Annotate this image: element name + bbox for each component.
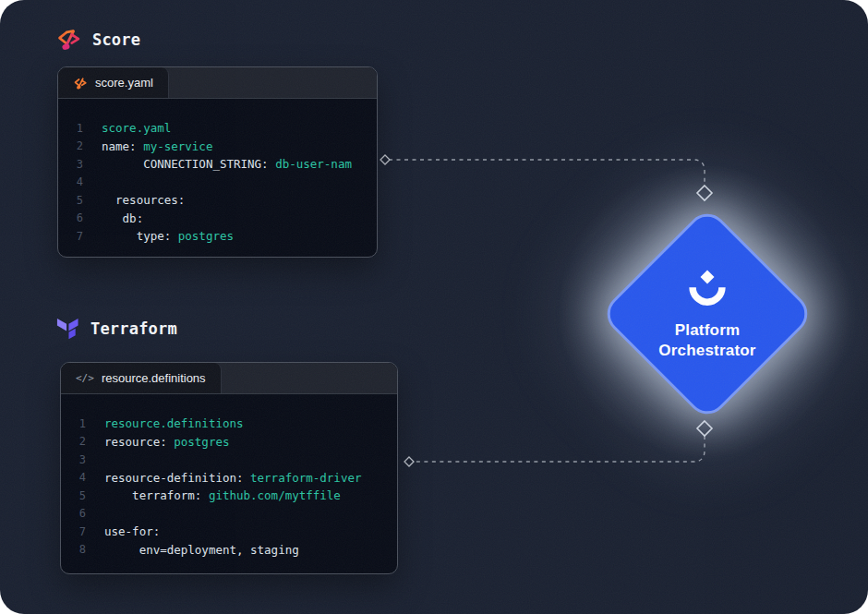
code-line: 3 CONNECTION_STRING: db-user-nam — [58, 155, 377, 174]
score-tab-label: score.yaml — [95, 76, 153, 90]
code-line: 6 — [61, 505, 397, 524]
code-line: 1score.yaml — [58, 119, 377, 138]
score-logo-icon — [55, 26, 82, 53]
platform-orchestrator-content: Platform Orchestrator — [633, 240, 781, 388]
score-code-window: score.yaml 1score.yaml2name: my-service3… — [57, 66, 378, 258]
code-line: 5 terraform: github.com/mytffile — [61, 487, 397, 505]
line-number: 1 — [58, 122, 83, 135]
code-line: 4resource-definition: terraform-driver — [61, 469, 397, 488]
bottom-anchor-handle-icon[interactable] — [697, 421, 712, 436]
terraform-heading-label: Terraform — [90, 319, 177, 338]
terraform-code-area: 1resource.definitions2resource: postgres… — [61, 394, 397, 559]
code-line: 2resource: postgres — [61, 433, 397, 451]
score-window-header: score.yaml — [58, 67, 377, 99]
code-line: 2name: my-service — [58, 138, 377, 156]
code-brackets-icon: </> — [76, 372, 94, 384]
code-line: 4 — [58, 174, 377, 192]
code-line: 7use-for: — [61, 523, 397, 541]
line-number: 5 — [61, 489, 86, 502]
line-number: 2 — [61, 435, 86, 448]
resource-definitions-tab[interactable]: </> resource.definitions — [61, 363, 222, 393]
top-anchor-handle-icon[interactable] — [697, 186, 712, 200]
line-number: 6 — [61, 507, 86, 520]
code-line: 3 — [61, 451, 397, 469]
terraform-section-heading: Terraform — [55, 316, 177, 341]
score-yaml-tab[interactable]: score.yaml — [58, 67, 169, 98]
line-number: 6 — [58, 211, 83, 224]
score-file-icon — [73, 76, 88, 90]
score-code-area: 1score.yaml2name: my-service3 CONNECTION… — [58, 99, 377, 246]
terraform-endpoint-diamond-icon[interactable] — [404, 457, 414, 466]
connector-orchestrator-to-terraform — [415, 436, 705, 462]
score-endpoint-diamond-icon[interactable] — [380, 155, 390, 164]
code-line: 8 env=deployment, staging — [61, 541, 397, 560]
line-number: 3 — [61, 453, 86, 466]
terraform-logo-icon — [55, 316, 80, 341]
platform-orchestrator-node[interactable]: Platform Orchestrator — [599, 206, 816, 423]
score-heading-label: Score — [92, 30, 140, 49]
line-number: 1 — [61, 417, 86, 430]
diagram-canvas: Score score.yaml 1score.yaml2name: my-se… — [0, 0, 868, 614]
line-number: 5 — [58, 194, 83, 207]
line-number: 8 — [61, 543, 86, 556]
terraform-tab-label: resource.definitions — [102, 371, 206, 385]
line-number: 4 — [61, 471, 86, 484]
code-line: 7 type: postgres — [58, 227, 377, 246]
line-number: 2 — [58, 139, 83, 152]
line-number: 7 — [61, 525, 86, 538]
terraform-window-header: </> resource.definitions — [61, 363, 397, 394]
code-line: 5 resources: — [58, 191, 377, 210]
connector-score-to-orchestrator — [389, 160, 705, 185]
terraform-code-window: </> resource.definitions 1resource.defin… — [60, 362, 398, 574]
orchestrator-label-line1: Platform — [675, 320, 741, 341]
code-line: 6 db: — [58, 210, 377, 228]
score-section-heading: Score — [55, 26, 140, 53]
orchestrator-label-line2: Orchestrator — [658, 341, 755, 361]
humanitec-logo-icon — [680, 268, 735, 312]
line-number: 4 — [58, 175, 83, 188]
line-number: 3 — [58, 158, 83, 171]
line-number: 7 — [58, 230, 83, 243]
code-line: 1resource.definitions — [61, 415, 397, 433]
